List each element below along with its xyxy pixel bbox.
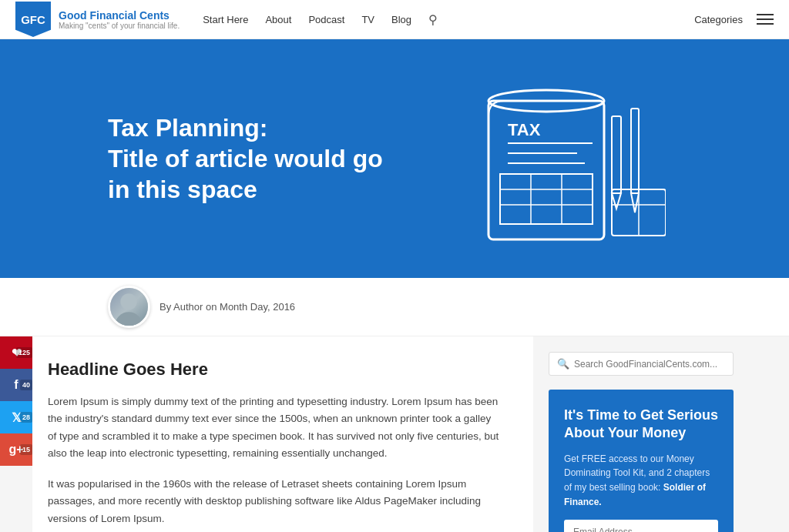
logo-badge: GFC xyxy=(15,2,51,37)
author-avatar-image xyxy=(110,288,148,326)
svg-rect-0 xyxy=(489,101,604,239)
pinterest-count: 125 xyxy=(16,347,32,358)
nav-about[interactable]: About xyxy=(265,14,291,25)
googleplus-count: 15 xyxy=(20,444,32,455)
social-sidebar: ❤ 125 f 40 𝕏 28 g+ 15 xyxy=(0,336,32,532)
logo-title: Good Financial Cents xyxy=(59,9,180,22)
author-bar: By Author on Month Day, 2016 xyxy=(0,278,789,336)
facebook-count: 40 xyxy=(20,380,32,390)
googleplus-button[interactable]: g+ 15 xyxy=(0,433,32,466)
twitter-button[interactable]: 𝕏 28 xyxy=(0,401,32,433)
hero-section: Tax Planning:Title of article would goin… xyxy=(0,39,789,278)
nav-tv[interactable]: TV xyxy=(361,14,374,25)
svg-marker-12 xyxy=(612,193,621,209)
nav-right: Categories xyxy=(694,14,774,25)
nav-start-here[interactable]: Start Here xyxy=(203,14,248,25)
nav-links: Start Here About Podcast TV Blog ⚲ xyxy=(203,12,694,27)
article-para-2: It was popularised in the 1960s with the… xyxy=(48,476,502,527)
email-input[interactable] xyxy=(564,520,718,532)
nav-blog[interactable]: Blog xyxy=(391,14,411,25)
hero-title: Tax Planning:Title of article would goin… xyxy=(108,112,439,205)
svg-rect-6 xyxy=(500,174,593,224)
search-icon[interactable]: ⚲ xyxy=(428,12,438,27)
widget-description: Get FREE access to our Money Dominating … xyxy=(564,452,718,509)
right-sidebar: 🔍 It's Time to Get Serious About Your Mo… xyxy=(533,336,749,532)
author-byline: By Author on Month Day, 2016 xyxy=(159,301,295,313)
navbar: GFC Good Financial Cents Making "cents" … xyxy=(0,0,789,39)
categories-link[interactable]: Categories xyxy=(694,14,743,25)
main-article: Headline Goes Here Lorem Ipsum is simply… xyxy=(32,336,533,532)
search-icon: 🔍 xyxy=(557,358,569,370)
logo[interactable]: GFC Good Financial Cents Making "cents" … xyxy=(15,2,180,37)
search-input[interactable] xyxy=(574,359,725,370)
money-widget: It's Time to Get Serious About Your Mone… xyxy=(549,390,734,532)
logo-subtitle: Making "cents" of your financial life. xyxy=(59,22,180,30)
twitter-count: 28 xyxy=(20,412,32,423)
svg-marker-14 xyxy=(631,193,639,212)
svg-text:TAX: TAX xyxy=(508,120,541,139)
search-box[interactable]: 🔍 xyxy=(549,352,734,376)
article-headline-1: Headline Goes Here xyxy=(48,360,502,380)
logo-text: Good Financial Cents Making "cents" of y… xyxy=(59,9,180,30)
author-avatar xyxy=(108,286,150,328)
svg-rect-13 xyxy=(631,109,639,193)
widget-title: It's Time to Get Serious About Your Mone… xyxy=(564,407,718,443)
nav-podcast[interactable]: Podcast xyxy=(308,14,344,25)
facebook-icon: f xyxy=(14,378,18,392)
facebook-button[interactable]: f 40 xyxy=(0,369,32,401)
svg-rect-11 xyxy=(612,116,621,193)
hero-illustration: TAX xyxy=(465,70,666,247)
pinterest-button[interactable]: ❤ 125 xyxy=(0,336,32,369)
svg-point-18 xyxy=(115,312,143,328)
hamburger-menu[interactable] xyxy=(757,14,774,25)
svg-point-19 xyxy=(120,293,136,309)
article-para-1: Lorem Ipsum is simply dummy text of the … xyxy=(48,393,502,462)
content-wrap: ❤ 125 f 40 𝕏 28 g+ 15 Headline Goes Here… xyxy=(0,336,789,532)
